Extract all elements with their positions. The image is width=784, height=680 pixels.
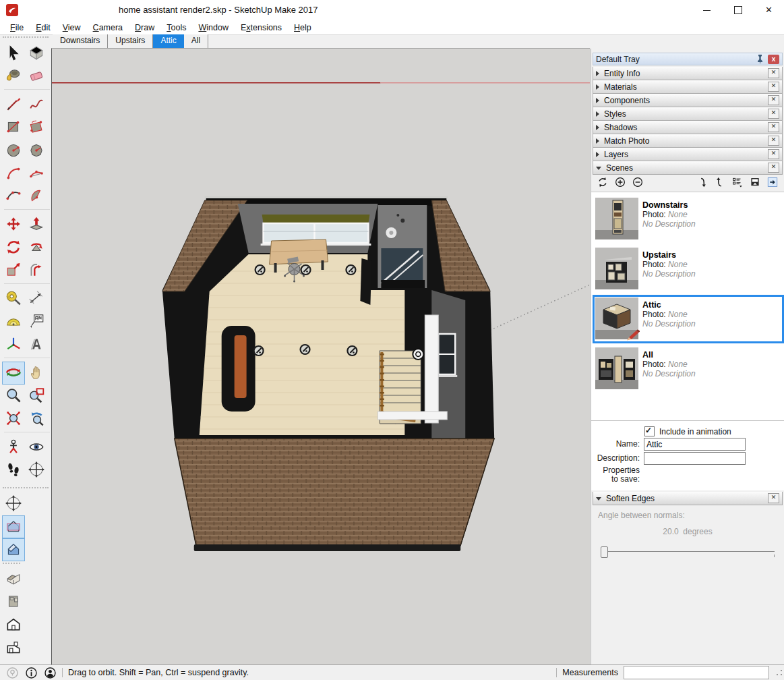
select-tool[interactable]	[2, 42, 25, 65]
rotated-rectangle-tool[interactable]	[25, 116, 48, 139]
zoom-extents-tool[interactable]	[2, 407, 25, 430]
scene-tab-all[interactable]: All	[184, 34, 208, 48]
view-right-button[interactable]	[2, 637, 25, 660]
menu-item-extensions[interactable]: Extensions	[235, 20, 288, 35]
circle-tool[interactable]	[2, 139, 25, 162]
menu-item-help[interactable]: Help	[288, 20, 318, 35]
scene-item-all[interactable]: AllPhoto: NoneNo Description	[594, 346, 783, 392]
status-account-icon[interactable]	[43, 666, 57, 679]
show-details-button[interactable]	[748, 176, 762, 191]
section-header-components[interactable]: Components✕	[593, 94, 783, 107]
make-component-tool[interactable]	[25, 42, 48, 65]
dimension-tool[interactable]	[25, 287, 48, 310]
menu-item-draw[interactable]: Draw	[129, 20, 160, 35]
section-close-icon[interactable]: ✕	[768, 82, 779, 92]
section-close-icon[interactable]: ✕	[768, 149, 779, 159]
section-header-styles[interactable]: Styles✕	[593, 107, 783, 121]
remove-scene-button[interactable]	[630, 176, 645, 191]
axes-tool[interactable]	[2, 333, 25, 356]
menu-item-edit[interactable]: Edit	[30, 20, 57, 35]
view-front-button[interactable]	[2, 614, 25, 637]
section-close-icon[interactable]: ✕	[768, 493, 779, 503]
3d-text-tool[interactable]	[25, 333, 48, 356]
offset-tool[interactable]	[25, 259, 48, 282]
maximize-button[interactable]	[723, 0, 753, 20]
move-scene-down-button[interactable]	[695, 176, 710, 191]
toolbar-drag-handle[interactable]	[3, 36, 49, 41]
scene-item-upstairs[interactable]: UpstairsPhoto: NoneNo Description	[594, 246, 783, 292]
include-animation-checkbox[interactable]	[644, 426, 655, 436]
protractor-tool[interactable]	[2, 310, 25, 333]
minimize-button[interactable]	[692, 0, 722, 20]
menu-item-camera[interactable]: Camera	[87, 20, 129, 35]
arc-tool[interactable]	[2, 162, 25, 185]
polygon-tool[interactable]	[25, 139, 48, 162]
section-header-layers[interactable]: Layers✕	[593, 148, 783, 161]
section-close-icon[interactable]: ✕	[768, 95, 779, 105]
scene-tab-downstairs[interactable]: Downstairs	[53, 34, 108, 48]
scene-item-attic[interactable]: AtticPhoto: NoneNo Description	[594, 296, 783, 342]
menu-item-window[interactable]: Window	[192, 20, 234, 35]
section-header-entity-info[interactable]: Entity Info✕	[593, 67, 783, 80]
display-section-cuts-button[interactable]	[2, 538, 25, 561]
scene-tab-attic[interactable]: Attic	[153, 34, 183, 48]
text-tool[interactable]	[25, 310, 48, 333]
close-button[interactable]: ✕	[754, 0, 784, 20]
update-scene-button[interactable]	[595, 176, 610, 191]
move-scene-up-button[interactable]	[713, 176, 727, 191]
pin-icon[interactable]	[754, 55, 765, 64]
move-tool[interactable]	[2, 213, 25, 236]
resize-grip[interactable]	[776, 669, 783, 676]
add-scene-button[interactable]	[613, 176, 628, 191]
scene-name-input[interactable]	[644, 438, 746, 451]
status-info-icon[interactable]	[24, 666, 38, 679]
section-plane-tool-button[interactable]	[2, 492, 25, 515]
rotate-tool[interactable]	[2, 236, 25, 259]
look-around-tool[interactable]	[25, 436, 48, 459]
freehand-tool[interactable]	[25, 93, 48, 116]
section-close-icon[interactable]: ✕	[768, 122, 779, 132]
section-header-soften-edges[interactable]: Soften Edges ✕	[593, 492, 783, 505]
section-close-icon[interactable]: ✕	[768, 109, 779, 119]
section-header-shadows[interactable]: Shadows✕	[593, 121, 783, 134]
measurements-input[interactable]	[624, 666, 769, 679]
toolbar-drag-handle[interactable]	[3, 487, 49, 492]
menu-item-file[interactable]: File	[4, 20, 30, 35]
three-point-arc-tool[interactable]	[2, 185, 25, 208]
section-header-scenes[interactable]: Scenes ✕	[593, 161, 783, 175]
section-close-icon[interactable]: ✕	[768, 68, 779, 78]
viewport-canvas[interactable]	[51, 49, 590, 664]
scene-description-input[interactable]	[644, 452, 746, 465]
orbit-tool[interactable]	[2, 362, 25, 385]
status-help-icon[interactable]	[5, 666, 19, 679]
view-options-button[interactable]	[730, 176, 745, 191]
two-point-arc-tool[interactable]	[25, 162, 48, 185]
section-header-match-photo[interactable]: Match Photo✕	[593, 134, 783, 148]
scene-tab-upstairs[interactable]: Upstairs	[108, 34, 153, 48]
zoom-window-tool[interactable]	[25, 385, 48, 407]
scale-tool[interactable]	[2, 259, 25, 282]
display-section-planes-button[interactable]	[2, 515, 25, 538]
pan-tool[interactable]	[25, 362, 48, 385]
view-iso-button[interactable]	[2, 568, 25, 591]
zoom-previous-tool[interactable]	[25, 407, 48, 430]
position-camera-tool[interactable]	[2, 436, 25, 459]
walk-tool[interactable]	[2, 459, 25, 482]
push-pull-tool[interactable]	[25, 213, 48, 236]
section-header-materials[interactable]: Materials✕	[593, 80, 783, 94]
section-plane-tool[interactable]	[25, 459, 48, 482]
toolbar-drag-handle[interactable]	[3, 563, 20, 567]
eraser-tool[interactable]	[25, 65, 48, 88]
tray-close-button[interactable]: x	[768, 55, 779, 64]
view-top-button[interactable]	[2, 591, 25, 614]
paint-bucket-tool[interactable]	[2, 65, 25, 88]
scene-item-downstairs[interactable]: DownstairsPhoto: NoneNo Description	[594, 196, 783, 242]
slider-handle[interactable]	[601, 546, 608, 558]
pie-tool[interactable]	[25, 185, 48, 208]
zoom-tool[interactable]	[2, 385, 25, 407]
follow-me-tool[interactable]	[25, 236, 48, 259]
tape-measure-tool[interactable]	[2, 287, 25, 310]
line-tool[interactable]	[2, 93, 25, 116]
toggle-details-button[interactable]	[765, 176, 780, 191]
section-close-icon[interactable]: ✕	[768, 136, 779, 146]
